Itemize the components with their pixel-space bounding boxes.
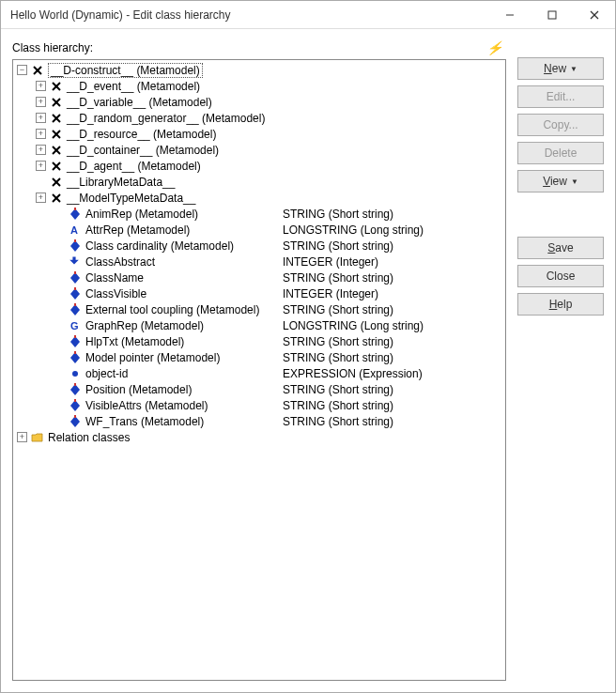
- tree-item-root[interactable]: − __D-construct__ (Metamodel): [15, 62, 503, 78]
- tree-attr-item[interactable]: WF_Trans (Metamodel)STRING (Short string…: [15, 413, 503, 429]
- tree-attr-item[interactable]: GGraphRep (Metamodel)LONGSTRING (Long st…: [15, 317, 503, 333]
- tree-attr-item[interactable]: AAttrRep (Metamodel)LONGSTRING (Long str…: [15, 222, 503, 238]
- attr-label: ClassName: [85, 271, 144, 285]
- close-window-button[interactable]: Close: [517, 265, 604, 287]
- view-button[interactable]: View▼: [517, 170, 604, 192]
- attribute-icon: [69, 367, 82, 380]
- no-expand: [54, 336, 65, 346]
- edit-button[interactable]: Edit...: [517, 85, 604, 108]
- tree-item-label: __ModelTypeMetaData__: [67, 192, 195, 205]
- tree-item-label: __D_random_generator__ (Metamodel): [67, 112, 265, 125]
- attr-label: Position (Metamodel): [85, 383, 192, 396]
- attr-label: WF_Trans (Metamodel): [85, 415, 204, 428]
- abstract-class-icon: [50, 96, 63, 109]
- expand-icon[interactable]: +: [36, 129, 46, 139]
- svg-text:A: A: [70, 224, 78, 236]
- tree-item[interactable]: +__D_variable__ (Metamodel): [15, 94, 503, 110]
- tree-attr-item[interactable]: ClassVisibleINTEGER (Integer): [15, 285, 503, 301]
- attr-label: object-id: [85, 367, 128, 380]
- no-expand: [54, 208, 65, 219]
- tree-item[interactable]: __LibraryMetaData__: [15, 174, 503, 190]
- expand-icon[interactable]: +: [36, 97, 46, 107]
- attr-label: GraphRep (Metamodel): [85, 319, 204, 332]
- no-expand: [54, 368, 65, 378]
- attribute-icon: G: [69, 319, 82, 332]
- expand-icon[interactable]: +: [17, 432, 27, 442]
- attribute-icon: [69, 208, 82, 221]
- delete-button[interactable]: Delete: [517, 142, 604, 164]
- tree-item[interactable]: +__D_resource__ (Metamodel): [15, 126, 503, 142]
- expand-icon[interactable]: +: [36, 113, 46, 123]
- expand-icon[interactable]: +: [36, 145, 46, 155]
- tree-item[interactable]: +__D_random_generator__ (Metamodel): [15, 110, 503, 126]
- attr-label: Class cardinality (Metamodel): [85, 239, 234, 253]
- attribute-icon: [69, 351, 82, 364]
- attr-label: HlpTxt (Metamodel): [85, 335, 184, 348]
- window-title: Hello World (Dynamic) - Edit class hiera…: [1, 8, 488, 22]
- svg-rect-1: [548, 11, 556, 19]
- tree-attr-item[interactable]: HlpTxt (Metamodel)STRING (Short string): [15, 333, 503, 349]
- no-expand: [54, 352, 65, 362]
- abstract-class-icon: [50, 112, 63, 125]
- abstract-class-icon: [50, 192, 63, 205]
- help-button[interactable]: Help: [517, 293, 604, 316]
- attribute-icon: [69, 271, 82, 285]
- no-expand: [36, 177, 46, 187]
- attr-label: Model pointer (Metamodel): [85, 351, 220, 364]
- tree-attr-item[interactable]: ClassAbstractINTEGER (Integer): [15, 254, 503, 270]
- tree-attr-item[interactable]: External tool coupling (Metamodel)STRING…: [15, 301, 503, 317]
- tree-attr-item[interactable]: Position (Metamodel)STRING (Short string…: [15, 381, 503, 397]
- svg-point-31: [72, 371, 78, 377]
- tree-item-label: __D-construct__ (Metamodel): [48, 63, 203, 78]
- no-expand: [54, 304, 65, 315]
- tree-attr-item[interactable]: VisibleAttrs (Metamodel)STRING (Short st…: [15, 397, 503, 413]
- attr-type: STRING (Short string): [283, 208, 393, 221]
- svg-rect-32: [74, 383, 76, 386]
- expand-icon[interactable]: +: [36, 192, 46, 203]
- lightning-icon[interactable]: ⚡: [486, 40, 506, 55]
- svg-rect-26: [74, 287, 76, 290]
- svg-rect-27: [74, 303, 76, 306]
- attr-label: ClassAbstract: [85, 255, 155, 269]
- attr-type: LONGSTRING (Long string): [283, 319, 424, 332]
- tree-attr-item[interactable]: AnimRep (Metamodel)STRING (Short string): [15, 206, 503, 222]
- svg-rect-30: [74, 351, 76, 354]
- tree-attr-item[interactable]: Class cardinality (Metamodel)STRING (Sho…: [15, 238, 503, 254]
- attribute-icon: [69, 399, 82, 412]
- close-button[interactable]: [573, 1, 615, 29]
- attr-label: ClassVisible: [85, 287, 146, 300]
- tree-item[interactable]: +__D_agent__ (Metamodel): [15, 158, 503, 174]
- tree-item-label: __D_container__ (Metamodel): [67, 144, 219, 157]
- collapse-icon[interactable]: −: [17, 65, 27, 75]
- tree-item[interactable]: +__ModelTypeMetaData__: [15, 190, 503, 206]
- attr-type: STRING (Short string): [283, 415, 393, 428]
- attr-label: VisibleAttrs (Metamodel): [85, 399, 208, 412]
- save-button[interactable]: Save: [517, 237, 604, 259]
- tree-item-label: __D_event__ (Metamodel): [67, 80, 200, 93]
- expand-icon[interactable]: +: [36, 161, 46, 171]
- attr-type: STRING (Short string): [283, 351, 393, 364]
- attr-type: STRING (Short string): [283, 335, 393, 348]
- svg-rect-33: [74, 399, 76, 402]
- tree-view[interactable]: − __D-construct__ (Metamodel) +__D_event…: [12, 59, 506, 681]
- minimize-button[interactable]: [488, 1, 531, 29]
- svg-text:G: G: [70, 320, 79, 331]
- tree-item[interactable]: +__D_event__ (Metamodel): [15, 78, 503, 94]
- copy-button[interactable]: Copy...: [517, 114, 604, 136]
- tree-item-label: __LibraryMetaData__: [67, 176, 175, 189]
- new-button[interactable]: New▼: [517, 57, 604, 80]
- tree-attr-item[interactable]: ClassNameSTRING (Short string): [15, 270, 503, 285]
- no-expand: [54, 272, 65, 283]
- no-expand: [54, 240, 65, 251]
- svg-rect-34: [74, 415, 76, 418]
- abstract-class-icon: [31, 64, 44, 77]
- expand-icon[interactable]: +: [36, 81, 46, 91]
- tree-item-label: Relation classes: [48, 431, 130, 444]
- tree-item-relation[interactable]: + Relation classes: [15, 429, 503, 445]
- attr-type: LONGSTRING (Long string): [283, 223, 424, 237]
- attr-label: AnimRep (Metamodel): [85, 208, 198, 221]
- tree-attr-item[interactable]: Model pointer (Metamodel)STRING (Short s…: [15, 349, 503, 365]
- maximize-button[interactable]: [531, 1, 573, 29]
- tree-attr-item[interactable]: object-idEXPRESSION (Expression): [15, 365, 503, 381]
- tree-item[interactable]: +__D_container__ (Metamodel): [15, 142, 503, 158]
